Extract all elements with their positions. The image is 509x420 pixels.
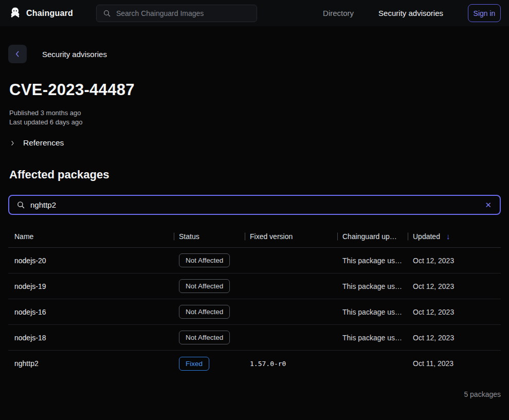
chainguard-update: This package us… [337,282,408,290]
updated-date: Oct 12, 2023 [408,308,501,316]
package-name: nodejs-20 [8,257,174,265]
status-badge: Fixed [179,357,209,371]
octopus-icon [8,6,22,20]
close-icon: ✕ [485,200,492,209]
table-row[interactable]: nodejs-19 Not Affected This package us… … [8,273,501,299]
package-name: nodejs-16 [8,308,174,316]
package-count: 5 packages [8,390,501,398]
column-header-chainguard-update[interactable]: Chainguard up… [337,232,408,241]
column-header-fixed-version[interactable]: Fixed version [245,232,337,241]
chevron-left-icon [13,50,22,58]
column-header-status[interactable]: Status [174,232,245,241]
package-filter-input[interactable] [30,200,479,209]
clear-filter-button[interactable]: ✕ [484,200,493,210]
sign-in-button[interactable]: Sign in [468,4,501,22]
chainguard-update: This package us… [337,257,408,265]
sort-desc-icon[interactable]: ↓ [446,232,450,241]
references-toggle[interactable]: References [9,138,64,148]
affected-packages-title: Affected packages [9,168,501,181]
chevron-right-icon [9,140,16,147]
nav-links: Directory Security advisories [323,9,443,17]
status-badge: Not Affected [179,331,230,344]
chainguard-logo[interactable]: Chainguard [8,6,73,20]
package-filter: ✕ [8,195,501,215]
table-row[interactable]: nodejs-16 Not Affected This package us… … [8,299,501,325]
package-name: nodejs-18 [8,334,174,342]
top-navbar: Chainguard Directory Security advisories… [0,0,509,26]
chainguard-update: This package us… [337,334,408,342]
nav-link-security-advisories[interactable]: Security advisories [378,9,443,17]
global-search-input[interactable] [116,9,250,17]
column-header-updated[interactable]: Updated ↓ [408,232,501,241]
table-row[interactable]: nodejs-18 Not Affected This package us… … [8,325,501,351]
updated-date: Oct 12, 2023 [408,334,501,342]
status-badge: Not Affected [179,253,230,267]
advisory-meta: Published 3 months ago Last updated 6 da… [9,108,501,127]
column-header-updated-label: Updated [413,232,440,241]
status-badge: Not Affected [179,279,230,293]
package-name: nghttp2 [8,359,174,368]
column-header-name[interactable]: Name [8,232,174,241]
affected-packages-table: Name Status Fixed version Chainguard up…… [8,225,501,376]
table-header: Name Status Fixed version Chainguard up…… [8,225,501,248]
page-title: CVE-2023-44487 [9,81,501,99]
status-badge: Not Affected [179,305,230,319]
updated-date: Oct 11, 2023 [408,359,501,368]
brand-name: Chainguard [26,9,73,18]
chainguard-update: This package us… [337,308,408,316]
main-content: Security advisories CVE-2023-44487 Publi… [0,45,509,398]
search-icon [16,200,25,209]
last-updated-date: Last updated 6 days ago [9,118,501,127]
nav-link-directory[interactable]: Directory [323,9,354,17]
updated-date: Oct 12, 2023 [408,282,501,290]
breadcrumb-label: Security advisories [42,50,107,59]
references-label: References [23,138,64,148]
package-name: nodejs-19 [8,282,174,290]
updated-date: Oct 12, 2023 [408,257,501,265]
table-row[interactable]: nodejs-20 Not Affected This package us… … [8,248,501,273]
published-date: Published 3 months ago [9,108,501,118]
breadcrumb: Security advisories [8,45,501,63]
search-icon [103,9,111,17]
table-row[interactable]: nghttp2 Fixed 1.57.0-r0 Oct 11, 2023 [8,351,501,376]
back-button[interactable] [8,45,27,63]
global-search[interactable] [96,5,257,22]
fixed-version: 1.57.0-r0 [245,360,337,368]
